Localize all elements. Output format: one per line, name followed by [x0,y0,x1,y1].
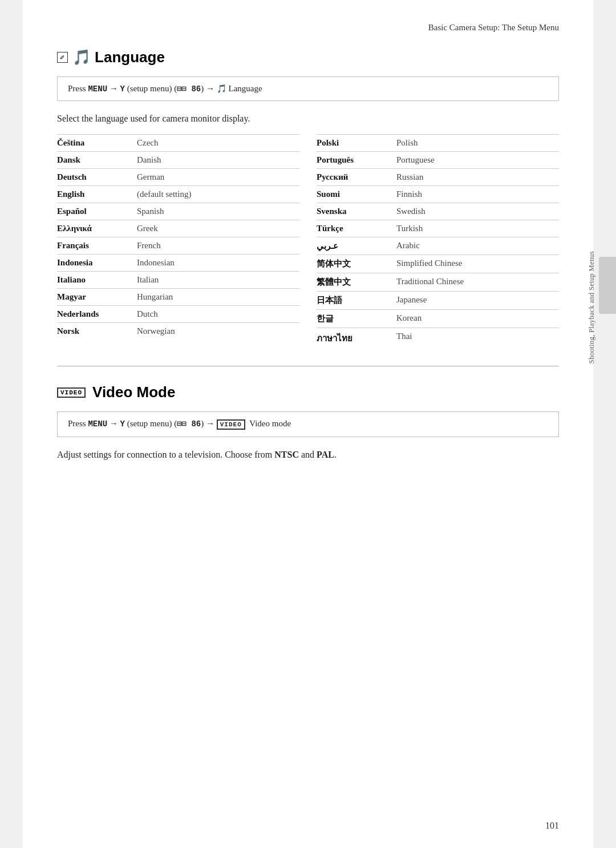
header-title: Basic Camera Setup: The Setup Menu [428,23,559,32]
lang-english: Arabic [396,241,559,251]
lang-native: Português [317,155,396,165]
lang-english: Russian [396,172,559,182]
cmd-setup-icon: Y [120,84,125,94]
lang-native: Deutsch [57,172,137,182]
cmd-menu: MENU [88,84,107,94]
video-title: Video Mode [92,383,175,401]
lang-native: Suomi [317,189,396,199]
lang-english: (default setting) [137,189,299,199]
lang-english: German [137,172,299,182]
lang-native: 한글 [317,313,396,324]
list-item: NederlandsDutch [57,305,299,322]
lang-english: Swedish [396,207,559,216]
language-subtitle: Select the language used for camera moni… [57,114,559,124]
page-number: 101 [545,821,559,831]
lang-native: Čeština [57,138,137,148]
vcmd-close-paren: ) → [201,419,217,428]
lang-english: Danish [137,155,299,165]
lang-english: Indonesian [137,258,299,268]
lang-english: Finnish [396,189,559,199]
lang-english: Greek [137,224,299,233]
list-item: ItalianoItalian [57,271,299,288]
lang-native: ภาษาไทย [317,332,396,345]
page: Basic Camera Setup: The Setup Menu ✐ 🎵 L… [23,0,593,848]
list-item: عـربيArabic [317,237,559,255]
language-table: ČeštinaCzechDanskDanishDeutschGermanEngl… [57,134,559,349]
list-item: SvenskaSwedish [317,203,559,220]
left-language-table: ČeštinaCzechDanskDanishDeutschGermanEngl… [57,134,299,349]
lang-native: Magyar [57,292,137,302]
list-item: SuomiFinnish [317,185,559,203]
list-item: IndonesiaIndonesian [57,254,299,271]
sidebar-label: Shooting, Playback and Setup Menus [587,251,596,364]
vcmd-prefix: Press [68,419,88,428]
video-command-box: Press MENU → Y (setup menu) (⊟⊟ 86) → VI… [57,411,559,437]
vcmd-page-ref: ⊟⊟ 86 [177,419,201,429]
list-item: ČeštinaCzech [57,134,299,151]
lang-english: Polish [396,138,559,148]
lang-english: Norwegian [137,326,299,336]
cmd-page-ref: ⊟⊟ 86 [177,84,201,94]
vcmd-setup-desc: (setup menu) ( [125,419,177,428]
vcmd-menu: MENU [88,419,107,429]
vcmd-label: Video mode [248,419,291,428]
lang-english: Traditional Chinese [396,277,559,288]
video-section-title: VIDEO Video Mode [57,383,559,401]
list-item: PortuguêsPortuguese [317,151,559,168]
language-command-box: Press MENU → Y (setup menu) (⊟⊟ 86) → 🎵 … [57,76,559,101]
vcmd-setup-icon: Y [120,419,125,429]
pal-label: PAL [317,450,334,459]
lang-english: Portuguese [396,155,559,165]
lang-native: Français [57,241,137,251]
list-item: English(default setting) [57,185,299,203]
language-icon: ✐ [57,52,68,63]
list-item: ΕλληνικάGreek [57,220,299,237]
list-item: 한글Korean [317,309,559,328]
right-language-table: PolskiPolishPortuguêsPortugueseРусскийRu… [317,134,559,349]
list-item: 日本語Japanese [317,291,559,309]
vcmd-arrow1: → [107,419,120,428]
list-item: FrançaisFrench [57,237,299,254]
lang-english: Hungarian [137,292,299,302]
list-item: NorskNorwegian [57,322,299,340]
lang-english: Korean [396,313,559,324]
lang-native: Nederlands [57,309,137,319]
lang-english: Thai [396,332,559,345]
vcmd-video-badge: VIDEO [217,419,245,430]
cmd-close-paren: ) → [201,84,217,93]
video-desc-after: . [334,450,337,459]
lang-english: Dutch [137,309,299,319]
list-item: DanskDanish [57,151,299,168]
lang-english: Czech [137,138,299,148]
lang-english: Simplified Chinese [396,259,559,269]
lang-native: Italiano [57,275,137,285]
lang-native: Indonesia [57,258,137,268]
lang-native: عـربي [317,241,396,251]
section-divider [57,366,559,366]
lang-native: Svenska [317,207,396,216]
list-item: РусскийRussian [317,168,559,185]
page-header: Basic Camera Setup: The Setup Menu [57,23,559,33]
language-section-title: ✐ 🎵 Language [57,49,559,66]
lang-native: 繁體中文 [317,277,396,288]
sidebar-area: Shooting, Playback and Setup Menus [587,251,603,365]
lang-native: Ελληνικά [57,224,137,233]
video-description: Adjust settings for connection to a tele… [57,450,559,460]
cmd-lang-label: Language [226,84,262,93]
cmd-prefix: Press [68,84,88,93]
lang-native: Norsk [57,326,137,336]
sidebar-tab [599,257,616,314]
lang-native: Русский [317,172,396,182]
list-item: TürkçeTurkish [317,220,559,237]
ntsc-label: NTSC [274,450,299,459]
lang-native: Dansk [57,155,137,165]
language-title: 🎵 Language [72,49,165,66]
video-badge: VIDEO [57,387,86,398]
lang-native: 日本語 [317,295,396,306]
list-item: MagyarHungarian [57,288,299,305]
cmd-lang-icon: 🎵 [217,84,226,94]
lang-english: Italian [137,275,299,285]
lang-english: French [137,241,299,251]
list-item: 繁體中文Traditional Chinese [317,273,559,291]
cmd-setup-desc: (setup menu) ( [125,84,177,93]
